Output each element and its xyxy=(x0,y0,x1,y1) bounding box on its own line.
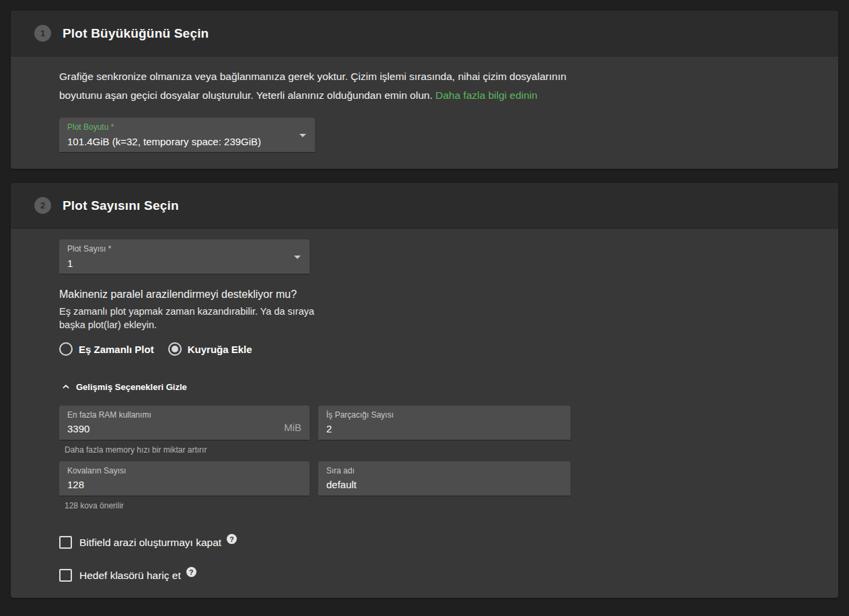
radio-unchecked-icon xyxy=(59,342,73,356)
bitfield-checkbox-row: Bitfield arazi oluşturmayı kapat ? xyxy=(59,536,822,549)
exclude-final-dir-checkbox-label: Hedef klasörü hariç et xyxy=(79,570,181,582)
queue-name-cell: Sıra adı xyxy=(318,461,570,517)
bitfield-checkbox[interactable] xyxy=(59,536,72,549)
dropdown-caret-icon xyxy=(299,134,306,137)
radio-parallel-plot[interactable]: Eş Zamanlı Plot xyxy=(59,342,154,356)
chevron-up-icon xyxy=(61,381,71,392)
max-ram-label: En fazla RAM kullanımı xyxy=(67,410,301,420)
step2-body: Plot Sayısı * 1 Makineniz paralel arazil… xyxy=(11,229,838,598)
step1-header: 1 Plot Büyüküğünü Seçin xyxy=(11,11,838,56)
max-ram-cell: En fazla RAM kullanımı MiB Daha fazla me… xyxy=(59,406,309,461)
buckets-field[interactable]: Kovaların Sayısı xyxy=(59,461,309,496)
advanced-options-toggle[interactable]: Gelişmiş Seçenekleri Gizle xyxy=(61,381,187,392)
help-icon[interactable]: ? xyxy=(186,567,196,577)
parallel-plotting-hint: Eş zamanlı plot yapmak zaman kazandırabi… xyxy=(59,305,316,332)
exclude-final-dir-checkbox[interactable] xyxy=(59,569,72,582)
plot-count-select[interactable]: Plot Sayısı * 1 xyxy=(59,239,309,274)
bitfield-checkbox-label: Bitfield arazi oluşturmayı kapat xyxy=(79,537,221,549)
radio-dot xyxy=(172,346,178,352)
queue-name-field[interactable]: Sıra adı xyxy=(318,461,570,496)
step2-header: 2 Plot Sayısını Seçin xyxy=(11,183,838,229)
queue-name-input[interactable] xyxy=(326,479,562,490)
plot-count-value: 1 xyxy=(67,258,289,269)
step2-number-badge: 2 xyxy=(34,197,51,214)
step1-card: 1 Plot Büyüküğünü Seçin Grafiğe senkroni… xyxy=(11,11,838,169)
max-ram-field[interactable]: En fazla RAM kullanımı MiB xyxy=(59,406,309,440)
learn-more-link[interactable]: Daha fazla bilgi edinin xyxy=(435,89,538,101)
advanced-options-grid: En fazla RAM kullanımı MiB Daha fazla me… xyxy=(59,406,822,517)
parallel-plotting-question: Makineniz paralel arazilendirmeyi destek… xyxy=(59,286,822,303)
radio-checked-icon xyxy=(168,342,182,356)
buckets-cell: Kovaların Sayısı 128 kova önerilir xyxy=(59,461,309,517)
step2-title: Plot Sayısını Seçin xyxy=(63,198,179,213)
advanced-options-toggle-label: Gelişmiş Seçenekleri Gizle xyxy=(76,382,187,392)
dropdown-caret-icon xyxy=(294,256,301,259)
threads-field[interactable]: İş Parçacığı Sayısı xyxy=(318,406,570,440)
radio-add-to-queue-label: Kuyruğa Ekle xyxy=(188,344,252,355)
plot-mode-radio-group: Eş Zamanlı Plot Kuyruğa Ekle xyxy=(59,342,822,356)
buckets-label: Kovaların Sayısı xyxy=(67,466,301,476)
radio-parallel-plot-label: Eş Zamanlı Plot xyxy=(79,344,154,355)
exclude-final-dir-checkbox-row: Hedef klasörü hariç et ? xyxy=(59,569,822,582)
threads-cell: İş Parçacığı Sayısı xyxy=(318,406,570,461)
radio-add-to-queue[interactable]: Kuyruğa Ekle xyxy=(168,342,252,356)
queue-name-label: Sıra adı xyxy=(326,466,562,476)
buckets-helper: 128 kova önerilir xyxy=(65,501,309,510)
help-icon[interactable]: ? xyxy=(227,534,237,544)
max-ram-unit: MiB xyxy=(284,422,301,433)
max-ram-helper: Daha fazla memory hızı bir miktar artırı… xyxy=(65,445,309,455)
step1-number-badge: 1 xyxy=(34,25,51,42)
buckets-input[interactable] xyxy=(67,479,301,490)
plot-size-value: 101.4GiB (k=32, temporary space: 239GiB) xyxy=(67,136,295,147)
plot-size-select[interactable]: Plot Boyutu * 101.4GiB (k=32, temporary … xyxy=(59,118,315,153)
plot-size-label: Plot Boyutu * xyxy=(67,122,295,132)
max-ram-input[interactable] xyxy=(67,423,272,434)
step2-card: 2 Plot Sayısını Seçin Plot Sayısı * 1 Ma… xyxy=(11,183,838,598)
threads-label: İş Parçacığı Sayısı xyxy=(326,410,562,420)
plot-count-label: Plot Sayısı * xyxy=(67,244,289,254)
plot-setup-page: 1 Plot Büyüküğünü Seçin Grafiğe senkroni… xyxy=(11,11,838,598)
threads-input[interactable] xyxy=(326,423,562,434)
step1-title: Plot Büyüküğünü Seçin xyxy=(63,26,209,41)
step1-body: Grafiğe senkronize olmanıza veya bağlanm… xyxy=(11,56,838,169)
plot-size-description: Grafiğe senkronize olmanıza veya bağlanm… xyxy=(59,67,591,105)
